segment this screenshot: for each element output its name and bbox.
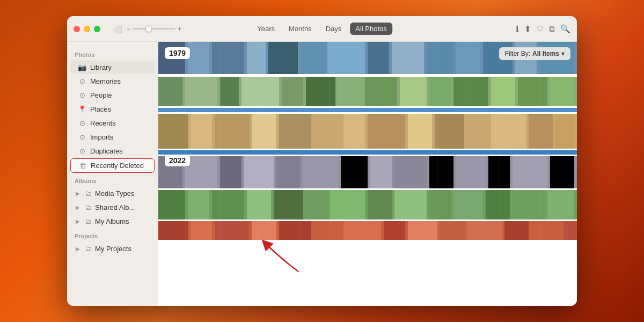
tab-days[interactable]: Days <box>320 23 347 35</box>
info-icon[interactable]: ℹ <box>516 24 519 34</box>
expand-icon: ▶ <box>76 204 80 210</box>
svg-rect-61 <box>550 156 574 188</box>
chevron-down-icon: ▾ <box>561 50 565 57</box>
sidebar-item-label: Media Types <box>95 189 134 197</box>
svg-rect-38 <box>343 114 365 149</box>
svg-rect-39 <box>368 114 405 149</box>
svg-rect-5 <box>268 42 298 74</box>
svg-rect-50 <box>220 156 241 188</box>
svg-rect-33 <box>191 114 212 149</box>
svg-rect-8 <box>368 42 389 74</box>
heart-icon[interactable]: ♡ <box>537 24 544 34</box>
duplicates-icon: ⊙ <box>78 147 86 155</box>
main-content: Photos 📷 Library ⊙ Memories ⊙ People 📍 P… <box>67 42 577 306</box>
sidebar-item-my-albums[interactable]: ▶ 🗂 My Albums <box>70 215 155 228</box>
svg-rect-69 <box>330 190 365 219</box>
zoom-out-icon: − <box>127 25 130 33</box>
svg-rect-53 <box>303 156 338 188</box>
filter-dropdown[interactable]: Filter By: All Items ▾ <box>499 47 570 60</box>
sidebar-item-recents[interactable]: ⊙ Recents <box>70 116 155 130</box>
svg-rect-36 <box>279 114 311 149</box>
sidebar-item-media-types[interactable]: ▶ 🗂 Media Types <box>70 187 155 200</box>
slider-thumb <box>145 26 152 32</box>
sidebar-item-duplicates[interactable]: ⊙ Duplicates <box>70 144 155 158</box>
titlebar: ⬜ − + Years Months Days All Photos ℹ ⬆ ♡… <box>67 16 577 42</box>
svg-rect-3 <box>212 42 244 74</box>
sidebar-item-shared-albums[interactable]: ▶ 🗂 Shared Alb... <box>70 201 155 214</box>
svg-rect-67 <box>274 190 303 219</box>
svg-rect-65 <box>212 190 244 219</box>
svg-rect-83 <box>314 221 341 240</box>
tab-years[interactable]: Years <box>252 23 280 35</box>
tv-icon[interactable]: ⬜ <box>111 24 125 34</box>
search-icon[interactable]: 🔍 <box>560 24 570 34</box>
minimize-button[interactable] <box>84 26 90 32</box>
sidebar-item-label: Library <box>90 63 112 71</box>
svg-rect-78 <box>158 221 188 240</box>
year-label-2022: 2022 <box>165 155 190 166</box>
svg-rect-27 <box>491 77 515 106</box>
zoom-slider[interactable]: − + <box>127 25 181 33</box>
share-icon[interactable]: ⬆ <box>524 24 531 34</box>
slider-track <box>133 28 175 30</box>
recents-icon: ⊙ <box>78 119 86 127</box>
nav-tabs-container: Years Months Days All Photos <box>252 23 392 35</box>
svg-rect-2 <box>188 42 209 74</box>
svg-rect-40 <box>408 114 432 149</box>
sidebar-item-label: Duplicates <box>90 147 123 155</box>
sidebar-item-label: My Projects <box>95 245 131 253</box>
svg-rect-56 <box>394 156 427 188</box>
svg-rect-86 <box>408 221 437 240</box>
svg-rect-10 <box>427 42 453 74</box>
traffic-lights <box>74 26 100 32</box>
svg-rect-11 <box>456 42 480 74</box>
svg-rect-45 <box>555 114 574 149</box>
sidebar-item-recently-deleted[interactable]: 🗑 Recently Deleted <box>70 158 155 173</box>
projects-section-header: Projects <box>67 229 158 241</box>
sidebar-item-label: Imports <box>90 133 113 141</box>
photos-section-header: Photos <box>67 47 158 60</box>
svg-rect-72 <box>429 190 451 219</box>
svg-rect-64 <box>188 190 209 219</box>
maximize-button[interactable] <box>94 26 100 32</box>
sidebar-item-memories[interactable]: ⊙ Memories <box>70 75 155 88</box>
svg-rect-37 <box>314 114 341 149</box>
sidebar-item-imports[interactable]: ⊙ Imports <box>70 130 155 144</box>
expand-icon: ▶ <box>76 218 80 224</box>
sidebar: Photos 📷 Library ⊙ Memories ⊙ People 📍 P… <box>67 42 158 306</box>
svg-rect-75 <box>513 190 545 219</box>
svg-rect-44 <box>529 114 553 149</box>
svg-rect-35 <box>252 114 276 149</box>
sidebar-item-my-projects[interactable]: ▶ 🗂 My Projects <box>70 242 155 255</box>
sidebar-item-label: Places <box>90 105 111 113</box>
sidebar-item-people[interactable]: ⊙ People <box>70 89 155 102</box>
sidebar-item-places[interactable]: 📍 Places <box>70 103 155 116</box>
shared-albums-icon: 🗂 <box>84 203 92 211</box>
svg-rect-85 <box>384 221 405 240</box>
edit-icon[interactable]: ⧉ <box>549 24 555 34</box>
svg-rect-91 <box>564 221 577 240</box>
svg-rect-60 <box>513 156 547 188</box>
photo-area: Filter By: All Items ▾ <box>158 42 577 306</box>
svg-rect-9 <box>392 42 424 74</box>
photo-grid-svg <box>158 42 577 240</box>
svg-rect-55 <box>370 156 392 188</box>
close-button[interactable] <box>74 26 80 32</box>
svg-rect-73 <box>453 190 483 219</box>
sidebar-item-label: Recents <box>90 119 116 127</box>
sidebar-item-library[interactable]: 📷 Library <box>70 61 155 74</box>
svg-rect-20 <box>282 77 303 106</box>
svg-rect-42 <box>467 114 488 149</box>
svg-rect-89 <box>504 221 529 240</box>
sidebar-item-label: Recently Deleted <box>91 162 144 170</box>
svg-rect-88 <box>467 221 502 240</box>
tab-all-photos[interactable]: All Photos <box>350 23 392 35</box>
memories-icon: ⊙ <box>78 77 86 85</box>
svg-rect-23 <box>365 77 397 106</box>
svg-rect-51 <box>244 156 274 188</box>
svg-rect-21 <box>306 77 335 106</box>
imports-icon: ⊙ <box>78 133 86 141</box>
sidebar-item-label: Memories <box>90 77 121 85</box>
tab-months[interactable]: Months <box>283 23 317 35</box>
svg-rect-63 <box>158 190 185 219</box>
